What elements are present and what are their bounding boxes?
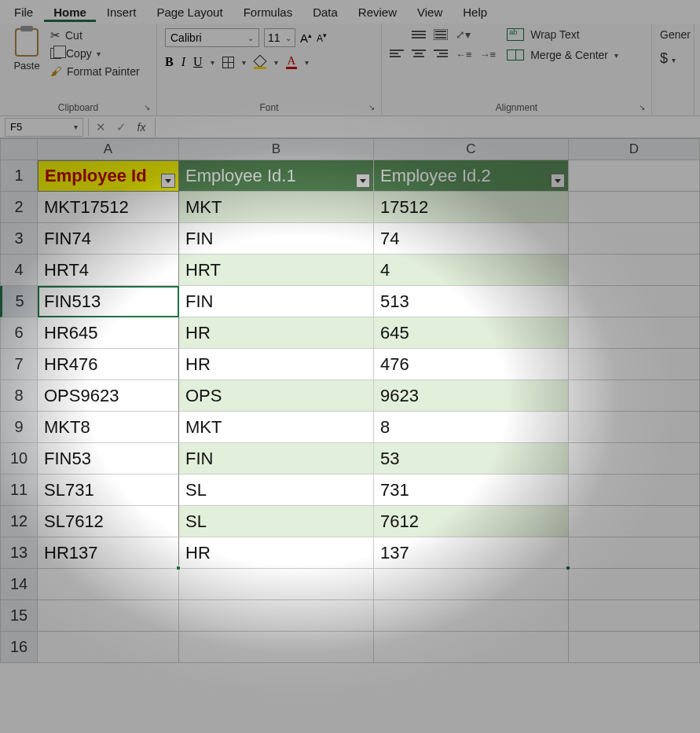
row-header-10[interactable]: 10 bbox=[0, 443, 38, 475]
cell-B16[interactable] bbox=[179, 632, 374, 663]
formula-input[interactable] bbox=[155, 118, 700, 137]
row-header-2[interactable]: 2 bbox=[0, 192, 38, 223]
column-header-D[interactable]: D bbox=[569, 138, 700, 160]
cell-D10[interactable] bbox=[569, 443, 700, 475]
cell-D6[interactable] bbox=[569, 317, 700, 349]
cell-C9[interactable]: 8 bbox=[374, 412, 569, 443]
filter-button[interactable] bbox=[551, 174, 565, 188]
cell-D4[interactable] bbox=[569, 255, 700, 286]
cell-D8[interactable] bbox=[569, 380, 700, 412]
cell-D1[interactable] bbox=[569, 160, 700, 192]
cell-A5[interactable]: FIN513 bbox=[38, 286, 179, 317]
cell-B8[interactable]: OPS bbox=[179, 380, 374, 412]
cell-D14[interactable] bbox=[569, 569, 700, 600]
currency-button[interactable]: $ ▾ bbox=[660, 50, 686, 67]
row-header-5[interactable]: 5 bbox=[0, 286, 38, 317]
align-left-button[interactable] bbox=[390, 49, 404, 60]
italic-button[interactable]: I bbox=[181, 55, 185, 69]
chevron-down-icon[interactable]: ▾ bbox=[242, 58, 246, 67]
cell-C6[interactable]: 645 bbox=[374, 317, 569, 349]
align-right-button[interactable] bbox=[434, 49, 448, 60]
row-header-14[interactable]: 14 bbox=[0, 569, 38, 600]
font-name-select[interactable]: Calibri ⌄ bbox=[165, 28, 259, 47]
row-header-12[interactable]: 12 bbox=[0, 506, 38, 537]
chevron-down-icon[interactable]: ▾ bbox=[211, 58, 214, 67]
copy-button[interactable]: Copy ▾ bbox=[50, 47, 140, 60]
column-header-C[interactable]: C bbox=[374, 138, 569, 160]
chevron-down-icon[interactable]: ▾ bbox=[305, 58, 309, 67]
dialog-launcher-icon[interactable]: ↘ bbox=[142, 103, 152, 112]
ribbon-tab-data[interactable]: Data bbox=[303, 2, 347, 22]
row-header-8[interactable]: 8 bbox=[0, 380, 38, 412]
ribbon-tab-review[interactable]: Review bbox=[349, 2, 406, 22]
cell-A14[interactable] bbox=[38, 569, 179, 600]
cell-C12[interactable]: 7612 bbox=[374, 506, 569, 537]
bold-button[interactable]: B bbox=[165, 55, 174, 69]
underline-button[interactable]: U bbox=[193, 55, 203, 69]
filter-button[interactable] bbox=[161, 174, 175, 188]
row-header-11[interactable]: 11 bbox=[0, 475, 38, 506]
cell-B3[interactable]: FIN bbox=[179, 223, 374, 255]
cell-A13[interactable]: HR137 bbox=[38, 537, 179, 569]
cell-A15[interactable] bbox=[38, 600, 179, 632]
filter-button[interactable] bbox=[356, 174, 370, 188]
cell-B10[interactable]: FIN bbox=[179, 443, 374, 475]
cell-D12[interactable] bbox=[569, 506, 700, 537]
cell-D15[interactable] bbox=[569, 600, 700, 632]
dialog-launcher-icon[interactable]: ↘ bbox=[637, 103, 647, 112]
accept-formula-button[interactable]: ✓ bbox=[111, 120, 131, 134]
cell-B11[interactable]: SL bbox=[179, 475, 374, 506]
format-painter-button[interactable]: 🖌 Format Painter bbox=[50, 64, 140, 78]
cell-C11[interactable]: 731 bbox=[374, 475, 569, 506]
table-header-employee-id-2[interactable]: Employee Id.2 bbox=[374, 160, 569, 192]
cell-B9[interactable]: MKT bbox=[179, 412, 374, 443]
cut-button[interactable]: ✂ Cut bbox=[50, 28, 140, 42]
cell-A4[interactable]: HRT4 bbox=[38, 255, 179, 286]
fill-color-button[interactable] bbox=[254, 57, 266, 68]
cell-D11[interactable] bbox=[569, 475, 700, 506]
wrap-text-button[interactable]: Wrap Text bbox=[507, 28, 618, 41]
cell-B15[interactable] bbox=[179, 600, 374, 632]
cell-A9[interactable]: MKT8 bbox=[38, 412, 179, 443]
align-middle-button[interactable] bbox=[412, 29, 426, 40]
table-header-employee-id-1[interactable]: Employee Id.1 bbox=[179, 160, 374, 192]
cell-D13[interactable] bbox=[569, 537, 700, 569]
cell-B5[interactable]: FIN bbox=[179, 286, 374, 317]
column-header-B[interactable]: B bbox=[179, 138, 374, 160]
row-header-7[interactable]: 7 bbox=[0, 349, 38, 380]
cell-C15[interactable] bbox=[374, 600, 569, 632]
cell-C3[interactable]: 74 bbox=[374, 223, 569, 255]
chevron-down-icon[interactable]: ▾ bbox=[274, 58, 278, 67]
align-center-button[interactable] bbox=[412, 49, 426, 60]
cell-C13[interactable]: 137 bbox=[374, 537, 569, 569]
cell-A16[interactable] bbox=[38, 632, 179, 663]
ribbon-tab-home[interactable]: Home bbox=[44, 2, 96, 22]
cell-C8[interactable]: 9623 bbox=[374, 380, 569, 412]
row-header-3[interactable]: 3 bbox=[0, 223, 38, 255]
ribbon-tab-view[interactable]: View bbox=[408, 2, 452, 22]
ribbon-tab-page-layout[interactable]: Page Layout bbox=[147, 2, 232, 22]
select-all-button[interactable] bbox=[0, 138, 38, 160]
font-size-select[interactable]: 11 ⌄ bbox=[264, 28, 295, 47]
cell-A2[interactable]: MKT17512 bbox=[38, 192, 179, 223]
cell-C4[interactable]: 4 bbox=[374, 255, 569, 286]
number-format-select[interactable]: Gener bbox=[660, 28, 686, 41]
increase-font-button[interactable]: A▴ bbox=[300, 31, 312, 45]
cell-D3[interactable] bbox=[569, 223, 700, 255]
cell-B4[interactable]: HRT bbox=[179, 255, 374, 286]
dialog-launcher-icon[interactable]: ↘ bbox=[367, 103, 376, 112]
row-header-6[interactable]: 6 bbox=[0, 317, 38, 349]
cell-C2[interactable]: 17512 bbox=[374, 192, 569, 223]
cancel-formula-button[interactable]: ✕ bbox=[90, 120, 111, 134]
cell-C7[interactable]: 476 bbox=[374, 349, 569, 380]
cell-A6[interactable]: HR645 bbox=[38, 317, 179, 349]
ribbon-tab-file[interactable]: File bbox=[5, 2, 42, 22]
row-header-9[interactable]: 9 bbox=[0, 412, 38, 443]
row-header-4[interactable]: 4 bbox=[0, 255, 38, 286]
insert-function-button[interactable]: fx bbox=[131, 121, 152, 134]
merge-center-button[interactable]: Merge & Center ▾ bbox=[507, 49, 618, 61]
decrease-indent-button[interactable]: ←≡ bbox=[456, 49, 472, 60]
row-header-1[interactable]: 1 bbox=[0, 160, 38, 192]
column-header-A[interactable]: A bbox=[38, 138, 179, 160]
ribbon-tab-insert[interactable]: Insert bbox=[97, 2, 146, 22]
